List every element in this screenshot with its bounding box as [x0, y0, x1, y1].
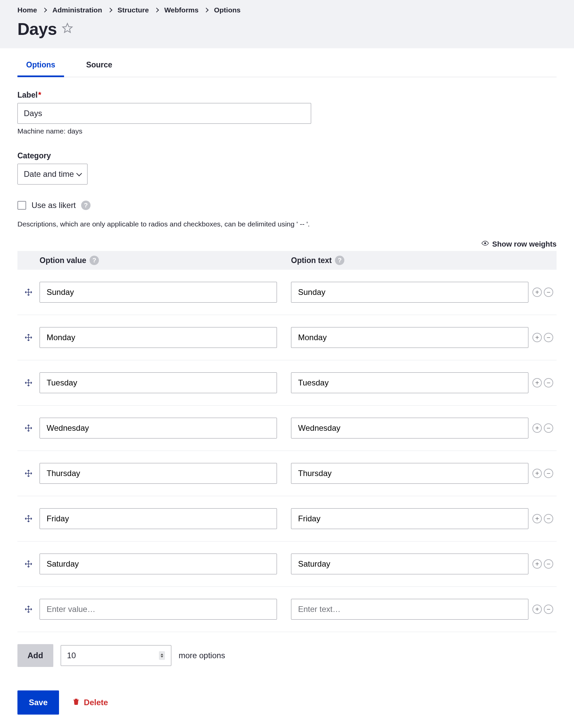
- breadcrumb-item-structure[interactable]: Structure: [118, 6, 149, 14]
- breadcrumb-item-administration[interactable]: Administration: [52, 6, 102, 14]
- chevron-right-icon: [107, 8, 112, 12]
- label-field-label: Label*: [17, 90, 557, 100]
- option-value-input[interactable]: [40, 508, 277, 529]
- option-value-input[interactable]: [40, 599, 277, 620]
- drag-handle-icon[interactable]: [17, 424, 40, 432]
- add-row-icon[interactable]: +: [532, 333, 542, 342]
- chevron-down-icon: [76, 171, 82, 177]
- star-outline-icon[interactable]: [62, 23, 73, 36]
- add-row-icon[interactable]: +: [532, 423, 542, 433]
- eye-icon: [482, 239, 489, 249]
- table-row: + −: [17, 451, 557, 496]
- option-value-input[interactable]: [40, 372, 277, 393]
- add-row-icon[interactable]: +: [532, 559, 542, 569]
- delete-link[interactable]: Delete: [72, 697, 108, 707]
- chevron-right-icon: [204, 8, 209, 12]
- drag-handle-icon[interactable]: [17, 514, 40, 523]
- option-text-input[interactable]: [291, 327, 528, 348]
- table-row-empty: + −: [17, 587, 557, 632]
- drag-handle-icon[interactable]: [17, 469, 40, 477]
- add-button[interactable]: Add: [17, 644, 53, 667]
- option-value-input[interactable]: [40, 553, 277, 574]
- category-field-label: Category: [17, 151, 557, 160]
- drag-handle-icon[interactable]: [17, 288, 40, 296]
- table-row: + −: [17, 315, 557, 360]
- tabs: Options Source: [17, 48, 557, 77]
- drag-handle-icon[interactable]: [17, 334, 40, 342]
- table-row: + −: [17, 360, 557, 406]
- add-suffix-label: more options: [179, 651, 225, 660]
- table-header: Option value ? Option text ?: [17, 251, 557, 270]
- category-select-value: Date and time: [24, 169, 74, 179]
- option-text-input[interactable]: [291, 372, 528, 393]
- chevron-right-icon: [154, 8, 159, 12]
- tab-options[interactable]: Options: [17, 56, 64, 77]
- show-row-weights[interactable]: Show row weights: [17, 239, 557, 249]
- table-row: + −: [17, 541, 557, 587]
- remove-row-icon[interactable]: −: [544, 288, 553, 297]
- remove-row-icon[interactable]: −: [544, 469, 553, 478]
- breadcrumb-item-home[interactable]: Home: [17, 6, 37, 14]
- remove-row-icon[interactable]: −: [544, 559, 553, 569]
- footer-actions: Save Delete: [17, 690, 557, 715]
- header-region: Home Administration Structure Webforms O…: [0, 0, 574, 48]
- drag-handle-icon[interactable]: [17, 560, 40, 568]
- required-icon: *: [38, 90, 41, 99]
- machine-name-text: Machine name: days: [17, 127, 557, 135]
- help-icon[interactable]: ?: [81, 201, 90, 210]
- help-icon[interactable]: ?: [89, 256, 99, 265]
- remove-row-icon[interactable]: −: [544, 423, 553, 433]
- field-label-block: Label* Machine name: days: [17, 90, 557, 135]
- option-text-input[interactable]: [291, 553, 528, 574]
- breadcrumb-item-options[interactable]: Options: [214, 6, 240, 14]
- table-row: + −: [17, 496, 557, 541]
- add-row-icon[interactable]: +: [532, 378, 542, 387]
- save-button[interactable]: Save: [17, 690, 59, 715]
- help-icon[interactable]: ?: [335, 256, 344, 265]
- remove-row-icon[interactable]: −: [544, 378, 553, 387]
- add-row-icon[interactable]: +: [532, 469, 542, 478]
- trash-icon: [72, 697, 80, 707]
- remove-row-icon[interactable]: −: [544, 605, 553, 614]
- option-text-input[interactable]: [291, 508, 528, 529]
- option-text-input[interactable]: [291, 463, 528, 484]
- remove-row-icon[interactable]: −: [544, 514, 553, 523]
- label-input[interactable]: [17, 103, 311, 124]
- description-note: Descriptions, which are only applicable …: [17, 220, 557, 228]
- option-value-input[interactable]: [40, 327, 277, 348]
- field-category-block: Category Date and time: [17, 151, 557, 185]
- option-value-input[interactable]: [40, 418, 277, 438]
- drag-handle-icon[interactable]: [17, 605, 40, 613]
- svg-point-1: [484, 242, 486, 244]
- likert-checkbox[interactable]: [17, 201, 26, 210]
- add-row-icon[interactable]: +: [532, 288, 542, 297]
- svg-marker-0: [63, 24, 72, 33]
- th-option-value: Option value: [40, 256, 86, 265]
- page-title: Days: [17, 20, 57, 39]
- add-row-icon[interactable]: +: [532, 605, 542, 614]
- option-text-input[interactable]: [291, 599, 528, 620]
- th-option-text: Option text: [291, 256, 332, 265]
- tab-source[interactable]: Source: [77, 56, 121, 77]
- chevron-right-icon: [42, 8, 47, 12]
- option-value-input[interactable]: [40, 463, 277, 484]
- add-more-row: Add 10 more options: [17, 644, 557, 667]
- likert-row: Use as likert ?: [17, 201, 557, 210]
- option-value-input[interactable]: [40, 282, 277, 303]
- option-text-input[interactable]: [291, 418, 528, 438]
- breadcrumb: Home Administration Structure Webforms O…: [17, 6, 557, 14]
- category-select[interactable]: Date and time: [17, 164, 87, 185]
- add-count-input[interactable]: 10: [61, 645, 171, 666]
- show-row-weights-label: Show row weights: [492, 240, 557, 248]
- add-count-value: 10: [67, 651, 76, 660]
- table-row: + −: [17, 406, 557, 451]
- drag-handle-icon[interactable]: [17, 379, 40, 387]
- remove-row-icon[interactable]: −: [544, 333, 553, 342]
- likert-label: Use as likert: [32, 201, 76, 210]
- add-row-icon[interactable]: +: [532, 514, 542, 523]
- breadcrumb-item-webforms[interactable]: Webforms: [164, 6, 199, 14]
- option-text-input[interactable]: [291, 282, 528, 303]
- delete-label: Delete: [84, 698, 108, 707]
- table-row: + −: [17, 270, 557, 315]
- number-stepper-icon[interactable]: [159, 651, 165, 660]
